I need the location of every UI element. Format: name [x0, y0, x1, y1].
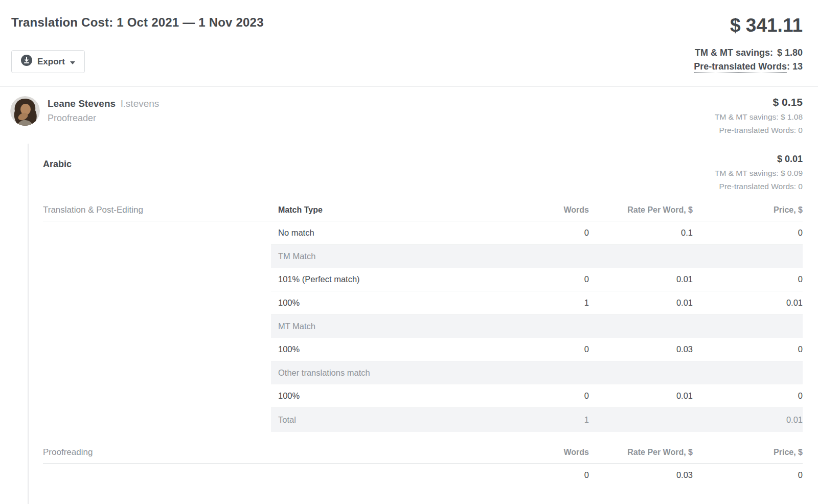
language-name: Arabic [43, 154, 72, 170]
cell-words: 0 [522, 391, 589, 401]
column-header-price: Price, $ [693, 205, 803, 215]
tm-mt-savings-line: TM & MT savings:$ 1.80 [694, 48, 803, 58]
table-row: 100%00.010 [271, 384, 803, 408]
user-tm-mt-savings: TM & MT savings: $ 1.08 [715, 112, 803, 122]
column-header-rate: Rate Per Word, $ [589, 205, 693, 215]
cell-match-type: 101% (Perfect match) [271, 274, 522, 284]
user-totals: $ 0.15 TM & MT savings: $ 1.08 Pre-trans… [715, 96, 803, 135]
export-button-label: Export [37, 57, 65, 67]
language-tm-mt-savings: TM & MT savings: $ 0.09 [715, 168, 803, 178]
cell-words: 1 [522, 415, 589, 425]
table-header-row: Proofreading Words Rate Per Word, $ Pric… [43, 442, 803, 464]
cell-rate: 0.01 [589, 391, 693, 401]
cell-price: 0 [693, 345, 803, 354]
cell-rate: 0.03 [589, 470, 693, 480]
download-icon [21, 55, 32, 68]
table-column-headers: Match Type Words Rate Per Word, $ Price,… [271, 205, 803, 215]
table-row: 100%10.010.01 [271, 291, 803, 315]
cell-rate: 0.1 [589, 228, 693, 238]
tm-mt-savings-value: $ 1.80 [777, 48, 803, 58]
language-header: Arabic $ 0.01 TM & MT savings: $ 0.09 Pr… [43, 154, 803, 192]
table-body: No match00.10TM Match101% (Perfect match… [271, 221, 803, 432]
table-total-row: Total10.01 [271, 408, 803, 432]
table-row: 00.030 [271, 464, 803, 487]
translation-cost-report: Translation Cost: 1 Oct 2021 — 1 Nov 202… [0, 0, 818, 504]
table-column-headers: Words Rate Per Word, $ Price, $ [271, 448, 803, 457]
cell-price: 0 [693, 470, 803, 480]
total-cost: $ 341.11 [694, 15, 803, 36]
cell-match-type: 100% [271, 345, 522, 354]
user-row: Leane Stevens l.stevens Proofreader $ 0.… [0, 87, 818, 135]
table-body-spacer [43, 464, 271, 487]
cell-match-type: TM Match [271, 251, 522, 261]
cell-match-type: 100% [271, 391, 522, 401]
cell-rate: 0.01 [589, 298, 693, 308]
report-header: Translation Cost: 1 Oct 2021 — 1 Nov 202… [0, 0, 818, 73]
table-row: No match00.10 [271, 221, 803, 245]
section-translation-post-editing: Translation & Post-Editing Match Type Wo… [43, 200, 803, 432]
language-total-cost: $ 0.01 [715, 154, 803, 165]
table-body-spacer [43, 221, 271, 432]
cell-match-type: 100% [271, 298, 522, 308]
pretranslated-words-line: Pre-translated Words: 13 [694, 61, 803, 72]
header-left: Translation Cost: 1 Oct 2021 — 1 Nov 202… [11, 15, 264, 73]
cell-match-type: Other translations match [271, 368, 522, 378]
header-totals: $ 341.11 TM & MT savings:$ 1.80 Pre-tran… [694, 15, 803, 72]
section-label: Proofreading [43, 447, 271, 457]
avatar [10, 96, 40, 126]
column-header-price: Price, $ [693, 448, 803, 457]
cell-match-type: Total [271, 415, 522, 425]
table-group-row: TM Match [271, 245, 803, 268]
cell-price: 0 [693, 391, 803, 401]
chevron-down-icon [70, 57, 75, 67]
table-body-wrap: 00.030 [43, 464, 803, 487]
column-header-match-type: Match Type [271, 205, 522, 215]
table-group-row: Other translations match [271, 361, 803, 384]
cell-words: 1 [522, 298, 589, 308]
table-header-row: Translation & Post-Editing Match Type Wo… [43, 200, 803, 221]
user-name: Leane Stevens [48, 98, 116, 109]
table-group-row: MT Match [271, 315, 803, 338]
cell-match-type: MT Match [271, 322, 522, 331]
cell-match-type: No match [271, 228, 522, 238]
table-body: 00.030 [271, 464, 803, 487]
language-block: Arabic $ 0.01 TM & MT savings: $ 0.09 Pr… [28, 144, 818, 504]
cell-words: 0 [522, 470, 589, 480]
table-row: 101% (Perfect match)00.010 [271, 268, 803, 291]
language-totals: $ 0.01 TM & MT savings: $ 0.09 Pre-trans… [715, 154, 803, 192]
page-title: Translation Cost: 1 Oct 2021 — 1 Nov 202… [11, 15, 264, 30]
user-username: l.stevens [121, 98, 159, 109]
cell-words: 0 [522, 228, 589, 238]
cell-price: 0.01 [693, 415, 803, 425]
user-info: Leane Stevens l.stevens Proofreader [10, 96, 159, 126]
table-row: 100%00.030 [271, 338, 803, 361]
cell-price: 0.01 [693, 298, 803, 308]
cell-words: 0 [522, 345, 589, 354]
user-pretranslated-words: Pre-translated Words: 0 [715, 125, 803, 135]
user-total-cost: $ 0.15 [715, 96, 803, 108]
cell-price: 0 [693, 274, 803, 284]
cell-rate: 0.03 [589, 345, 693, 354]
column-header-rate: Rate Per Word, $ [589, 448, 693, 457]
export-button[interactable]: Export [11, 50, 85, 73]
language-pretranslated-words: Pre-translated Words: 0 [715, 181, 803, 191]
section-label: Translation & Post-Editing [43, 205, 271, 215]
column-header-words: Words [522, 205, 589, 215]
tm-mt-savings-label: TM & MT savings: [695, 48, 773, 58]
column-header-words: Words [522, 448, 589, 457]
pretranslated-words-label[interactable]: Pre-translated Words [694, 61, 787, 73]
user-text: Leane Stevens l.stevens Proofreader [48, 96, 159, 124]
cell-words: 0 [522, 274, 589, 284]
user-name-line: Leane Stevens l.stevens [48, 98, 159, 109]
pretranslated-words-value: : 13 [787, 61, 803, 72]
section-proofreading: Proofreading Words Rate Per Word, $ Pric… [43, 442, 803, 487]
cell-rate: 0.01 [589, 274, 693, 284]
user-role: Proofreader [48, 113, 159, 124]
cell-price: 0 [693, 228, 803, 238]
table-body-wrap: No match00.10TM Match101% (Perfect match… [43, 221, 803, 432]
